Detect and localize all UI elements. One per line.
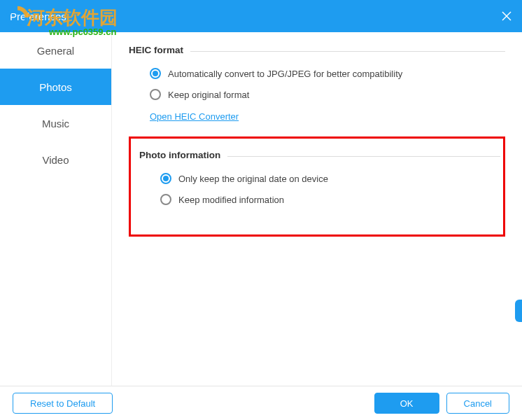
radio-label: Automatically convert to JPG/JPEG for be…	[168, 69, 402, 79]
photo-info-title: Photo information	[139, 150, 220, 160]
titlebar: Preferences	[0, 0, 522, 32]
sidebar: General Photos Music Video	[0, 32, 112, 386]
close-button[interactable]	[501, 10, 512, 22]
reset-label: Reset to Default	[30, 398, 95, 409]
cancel-button[interactable]: Cancel	[446, 393, 509, 414]
cancel-label: Cancel	[464, 398, 492, 409]
radio-label: Only keep the original date on device	[178, 174, 328, 184]
sidebar-item-label: Photos	[39, 81, 72, 93]
sidebar-item-photos[interactable]: Photos	[0, 69, 111, 105]
photo-info-option-modified[interactable]: Keep modified information	[160, 194, 500, 205]
footer: Reset to Default OK Cancel	[0, 386, 522, 420]
edge-tab[interactable]	[515, 300, 522, 322]
radio-label: Keep original format	[168, 90, 249, 100]
ok-button[interactable]: OK	[374, 393, 439, 414]
heic-section: HEIC format Automatically convert to JPG…	[129, 45, 505, 122]
photo-info-option-original-date[interactable]: Only keep the original date on device	[160, 173, 500, 184]
sidebar-item-label: Video	[42, 154, 69, 166]
radio-icon	[160, 173, 171, 184]
ok-label: OK	[400, 398, 414, 409]
window-title: Preferences	[10, 10, 66, 22]
sidebar-item-music[interactable]: Music	[0, 105, 111, 141]
divider	[227, 156, 500, 157]
heic-title: HEIC format	[129, 45, 183, 55]
sidebar-item-general[interactable]: General	[0, 32, 111, 69]
sidebar-item-label: Music	[42, 118, 69, 130]
open-heic-converter-link[interactable]: Open HEIC Converter	[150, 111, 239, 122]
reset-button[interactable]: Reset to Default	[13, 393, 113, 414]
divider	[190, 51, 505, 52]
radio-icon	[150, 89, 161, 100]
content-pane: HEIC format Automatically convert to JPG…	[112, 32, 522, 386]
close-icon	[501, 10, 512, 22]
sidebar-item-video[interactable]: Video	[0, 141, 111, 178]
sidebar-item-label: General	[37, 45, 74, 57]
radio-label: Keep modified information	[178, 195, 284, 205]
radio-icon	[160, 194, 171, 205]
heic-option-keep-original[interactable]: Keep original format	[150, 89, 505, 100]
radio-icon	[150, 68, 161, 79]
highlight-box: Photo information Only keep the original…	[129, 136, 505, 237]
heic-option-auto-convert[interactable]: Automatically convert to JPG/JPEG for be…	[150, 68, 505, 79]
